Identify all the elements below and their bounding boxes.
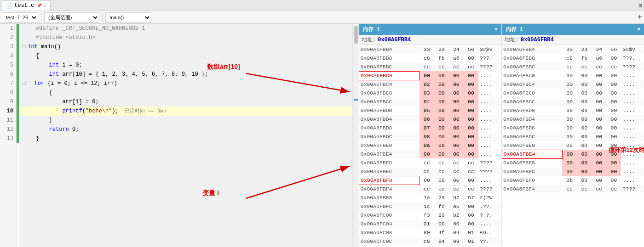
scope-select[interactable]: (全局范围) [44,12,99,22]
line-num-13: 13 [3,134,13,143]
memory-byte-cell: 00 [464,150,478,158]
line-num-6: 6 [3,70,13,79]
memory-byte-cell: 0b [562,176,577,185]
memory-byte-cell: 00 [434,89,449,97]
memory-byte-cell: cc [420,185,434,193]
code-scrollbar[interactable] [352,24,359,247]
memory-addr-cell: 0x00A6FC08 [359,228,420,237]
memory-ascii-cell: .... [621,176,644,185]
memory-byte-cell: 00 [592,106,606,115]
memory-row: 0x00A6FBB8c8fba600???. [359,54,501,62]
memory-byte-cell: 24 [592,45,606,54]
memory-byte-cell: 00 [606,71,621,80]
memory-row: 0x00A6FBE400000000.... [359,150,501,158]
memory-byte-cell: 33 [562,45,577,54]
memory-addr-cell: 0x00A6FBB8 [359,54,420,62]
code-line-1: #define _CRT_SECURE_NO_WARNINGS 1 [19,24,352,33]
memory-byte-cell: 00 [449,124,464,132]
memory-ascii-cell: ???? [621,62,644,71]
memory-byte-cell: 00 [562,71,577,80]
memory-byte-cell: 00 [562,115,577,124]
memory-byte-cell: 20 [434,211,449,219]
memory-byte-cell: 00 [449,71,464,80]
memory-byte-cell: 00 [562,150,577,158]
memory-byte-cell: 00 [606,132,621,141]
memory-byte-cell: 06 [420,115,434,124]
memory-ascii-cell: 3#$V [621,45,644,54]
tab-close-button[interactable]: ✕ [44,3,46,8]
scroll-marker [354,99,358,101]
memory-row: 0x00A6FBD406000000.... [359,115,501,124]
pin-button[interactable]: + [637,13,642,22]
memory-addr-cell: 0x00A6FBC4 [359,80,420,89]
code-line-6: int arr[10] = { 1, 2, 3, 4, 5, 6, 7, 8. … [19,70,352,79]
code-line-13: } [19,134,352,143]
memory-byte-cell: 00 [577,132,592,141]
memory-addr-cell: 0x00A6FC00 [359,211,420,219]
memory-row: 0x00A6FBC402000000.... [359,80,501,89]
memory-ascii-cell: .... [621,158,644,167]
memory-addr-cell: 0x00A6FBF4 [502,185,562,193]
memory-row: 0x00A6FBC800000000.... [502,89,644,97]
memory-ascii-cell: .... [478,106,501,115]
memory-byte-cell: f3 [420,211,434,219]
memory-addr-cell: 0x00A6FBC8 [359,89,420,97]
memory-byte-cell: cc [420,158,434,167]
memory-row: 0x00A6FBD400000000.... [502,115,644,124]
memory-byte-cell: cc [434,62,449,71]
memory-byte-cell: 00 [420,71,434,80]
memory-byte-cell: 03 [420,89,434,97]
memory-byte-cell: 09 [449,237,464,246]
memory-byte-cell: 00 [464,115,478,124]
memory-byte-cell: 05 [420,106,434,115]
memory-byte-cell: 00 [577,150,592,158]
memory-addr-cell: 0x00A6FC04 [359,219,420,228]
line-numbers: 1 2 3 4 5 6 7 8 9 10 11 12 13 [0,24,17,247]
memory-addr-cell: 0x00A6FBE0 [359,141,420,150]
tab-test-c[interactable]: 📄 test.c 📌 ✕ [2,0,51,11]
memory-byte-cell: 0a [420,141,434,150]
code-content[interactable]: #define _CRT_SECURE_NO_WARNINGS 1 #inclu… [19,24,352,247]
memory-addr-cell: 0x00A6FBF0 [359,176,420,185]
function-select[interactable]: test_7_26 [2,12,38,22]
memory-addr-cell: 0x00A6FBD8 [502,124,562,132]
memory-row: 0x00A6FBBCcccccccc???? [502,62,644,71]
memory-byte-cell: cc [420,167,434,176]
memory-byte-cell: 00 [449,132,464,141]
memory-row: 0x00A6FC0401000000.... [359,219,501,228]
memory-byte-cell: 00 [434,176,449,185]
memory-byte-cell: 00 [562,124,577,132]
memory-byte-cell: 00 [592,115,606,124]
memory-table-wrap-2[interactable]: 0x00A6FBB4332324563#$V0x00A6FBB8c8fba600… [502,45,644,247]
memory-byte-cell: cc [592,185,606,193]
memory-byte-cell: 00 [464,97,478,106]
memory-byte-cell: cc [449,185,464,193]
memory-byte-cell: 00 [592,71,606,80]
memory-byte-cell: 00 [606,158,621,167]
memory-byte-cell: cc [592,62,606,71]
memory-ascii-cell: 3#$V [478,45,501,54]
memory-ascii-cell: ???? [621,185,644,193]
memory-byte-cell: 00 [464,141,478,150]
memory-dropdown-1[interactable]: ▼ [494,27,497,32]
memory-byte-cell: 4f [434,228,449,237]
memory-byte-cell: 00 [562,158,577,167]
settings-icon[interactable]: ⚙ [638,2,642,9]
memory-byte-cell: 07 [420,124,434,132]
memory-byte-cell: 00 [592,150,606,158]
memory-byte-cell: 00 [434,132,449,141]
memory-addr-cell: 0x00A6FBF4 [359,185,420,193]
line-num-7: 7 [3,79,13,88]
memory-table-wrap-1[interactable]: 0x00A6FBB4332324563#$V0x00A6FBB8c8fba600… [359,45,501,247]
func-select[interactable]: main() [105,12,151,22]
memory-byte-cell: 00 [464,124,478,132]
memory-byte-cell: a6 [449,202,464,211]
scrollbar-thumb[interactable] [354,26,358,44]
memory-row: 0x00A6FBDC08000000.... [359,132,501,141]
memory-byte-cell: 00 [449,150,464,158]
memory-dropdown-2[interactable]: ▼ [638,27,640,32]
memory-byte-cell: 56 [606,45,621,54]
memory-ascii-cell: .... [478,89,501,97]
memory-row: 0x00A6FC0Cc8940901??. [359,237,501,246]
memory-addr-cell: 0x00A6FBCC [502,97,562,106]
